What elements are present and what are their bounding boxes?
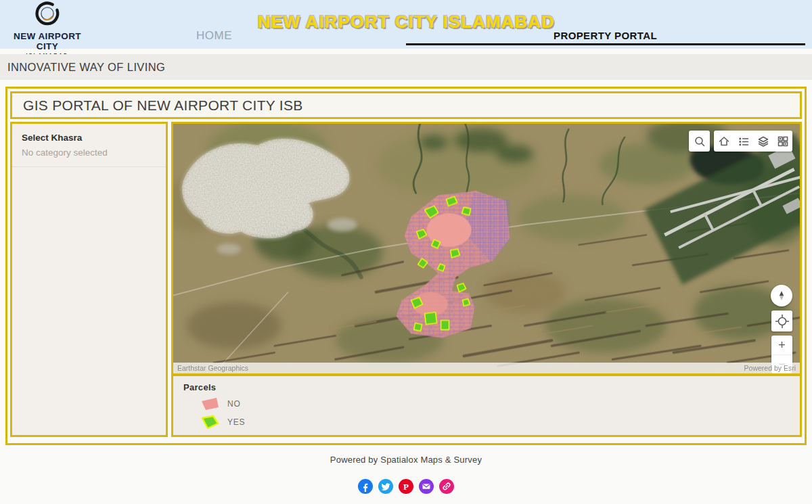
home-icon xyxy=(717,135,731,148)
legend-label: YES xyxy=(227,417,245,427)
legend-panel: Parcels NO YES xyxy=(173,376,800,435)
locate-icon xyxy=(775,314,790,329)
svg-text:P: P xyxy=(403,482,409,492)
facebook-icon[interactable] xyxy=(358,479,373,494)
header: NEW AIRPORT CITY ISLAMABAD NEW AIRPORT C… xyxy=(0,0,812,49)
legend-label: NO xyxy=(227,399,241,409)
layers-icon xyxy=(757,135,770,148)
twitter-icon[interactable] xyxy=(378,479,393,494)
sidebar-heading: Select Khasra xyxy=(22,133,156,143)
khasra-sidebar: Select Khasra No category selected xyxy=(10,122,168,437)
satellite-basemap xyxy=(173,124,800,373)
link-icon[interactable] xyxy=(439,479,454,494)
logo-title: NEW AIRPORT CITY xyxy=(7,31,88,51)
pinterest-icon[interactable]: P xyxy=(399,479,413,494)
map-column: + − Earthstar Geographics Powered by Esr… xyxy=(171,122,802,437)
compass-button[interactable] xyxy=(771,285,792,306)
map-view[interactable]: + − Earthstar Geographics Powered by Esr… xyxy=(173,124,800,373)
basemap-gallery-icon xyxy=(776,135,790,148)
zoom-in-button[interactable]: + xyxy=(771,336,792,354)
footer: Powered by Spatialox Maps & Survey P xyxy=(0,455,812,494)
legend-item-no: NO xyxy=(200,396,790,411)
parcel-no-swatch xyxy=(200,396,220,411)
attribution-source: Earthstar Geographics xyxy=(177,364,248,372)
gis-portal-title: GIS PORTAL OF NEW AIRPORT CITY ISB xyxy=(10,91,802,119)
legend-list-icon xyxy=(737,135,750,148)
email-icon[interactable] xyxy=(419,479,434,494)
compass-icon xyxy=(775,289,788,302)
gis-portal-container: GIS PORTAL OF NEW AIRPORT CITY ISB Selec… xyxy=(5,87,807,445)
search-icon xyxy=(693,135,706,148)
basemap-gallery-button[interactable] xyxy=(773,131,792,152)
map-tool-group xyxy=(714,131,792,152)
layers-button[interactable] xyxy=(753,131,773,152)
site-title: NEW AIRPORT CITY ISLAMABAD xyxy=(0,12,812,32)
attribution-esri[interactable]: Powered by Esri xyxy=(744,364,796,372)
locate-button[interactable] xyxy=(771,311,792,331)
legend-title: Parcels xyxy=(183,382,790,392)
home-button[interactable] xyxy=(714,131,734,152)
tagline-bar: INNOVATIVE WAY OF LIVING xyxy=(0,54,812,80)
sidebar-divider xyxy=(12,166,166,167)
legend-button[interactable] xyxy=(734,131,753,152)
map-attribution: Earthstar Geographics Powered by Esri xyxy=(173,363,800,373)
search-button[interactable] xyxy=(689,131,710,152)
nav-home[interactable]: HOME xyxy=(196,29,232,43)
legend-item-yes: YES xyxy=(200,415,790,429)
active-tab-underline xyxy=(406,43,805,45)
nav-property-portal[interactable]: PROPERTY PORTAL xyxy=(554,30,657,41)
parcel-yes-swatch xyxy=(200,415,220,429)
footer-credit: Powered by Spatialox Maps & Survey xyxy=(0,455,812,465)
sidebar-status: No category selected xyxy=(22,147,156,158)
